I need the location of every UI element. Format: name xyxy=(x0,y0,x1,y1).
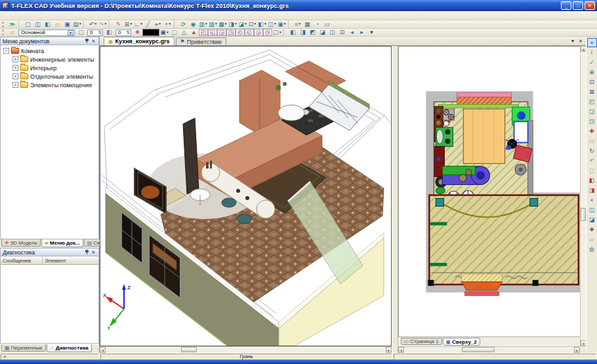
close-document-icon[interactable]: ✕ xyxy=(577,39,584,44)
document-tab[interactable]: ▣Кухня_конкурс.grs xyxy=(104,37,175,45)
page-number-stepper[interactable]: 0⇅ xyxy=(87,30,103,36)
scroll-thumb[interactable] xyxy=(181,347,197,352)
picture-icon[interactable]: ▨ xyxy=(208,20,218,28)
menu-item[interactable] xyxy=(88,15,96,16)
diagnostics-list[interactable] xyxy=(0,265,99,344)
close-icon[interactable]: ✕ xyxy=(91,250,96,255)
zoom-rect-icon[interactable]: ◰ xyxy=(587,97,597,106)
color-index-stepper[interactable]: 0⇅ xyxy=(115,30,131,36)
array-icon[interactable]: ◨ xyxy=(228,20,237,28)
separator[interactable] xyxy=(83,20,87,28)
select-3d-cursor-icon[interactable]: ▲ xyxy=(189,29,199,36)
command-prompt[interactable]: > xyxy=(1,354,99,359)
color-palette-icon[interactable]: ❖ xyxy=(133,29,142,36)
draw-mode-2-icon[interactable]: ◱ xyxy=(208,29,217,36)
wireframe-icon[interactable]: ◻ xyxy=(587,166,597,175)
node-icon[interactable]: ⌖ xyxy=(153,20,163,28)
minimize-button[interactable]: _ xyxy=(561,1,571,10)
draw-mode-6-icon[interactable]: ◵ xyxy=(245,29,254,36)
panel-tab[interactable]: ✛3D Модель xyxy=(1,239,41,247)
expand-icon[interactable]: + xyxy=(12,56,18,62)
copy-operation-icon[interactable]: ▦ xyxy=(218,20,228,28)
pin-icon[interactable] xyxy=(85,38,89,44)
tree-item[interactable]: + Инженерные элементы xyxy=(1,55,98,64)
page-properties-icon[interactable]: ▢ xyxy=(272,29,282,36)
select-cursor-icon[interactable]: △ xyxy=(179,29,189,36)
tree-item[interactable]: + Отделочные элементы xyxy=(1,72,98,81)
menu-item[interactable] xyxy=(49,15,56,16)
redo-icon[interactable]: ↷ xyxy=(98,20,108,28)
new-from-prototype-icon[interactable]: ◫ xyxy=(33,20,43,28)
plan-canvas[interactable] xyxy=(398,47,580,336)
clean-mode-icon[interactable]: ▢ xyxy=(169,29,179,36)
menu-item[interactable] xyxy=(33,15,41,16)
menu-item[interactable] xyxy=(41,15,49,16)
plan-hscrollbar[interactable]: ◂ ▸ xyxy=(398,346,580,353)
edit-face-icon[interactable]: ◨ xyxy=(587,186,597,195)
menu-item[interactable] xyxy=(1,15,9,16)
menu-item[interactable] xyxy=(72,15,80,16)
tree-item[interactable]: + Интерьер xyxy=(1,64,98,72)
edit-2d-icon[interactable]: ✎ xyxy=(113,20,123,28)
view-splitter[interactable] xyxy=(392,46,398,353)
draw-mode-8-icon[interactable]: ◷ xyxy=(263,29,272,36)
fragment-icon[interactable]: ▥ xyxy=(198,20,208,28)
menu-item[interactable] xyxy=(17,15,25,16)
rotate-view-icon[interactable]: ↻ xyxy=(587,146,597,155)
zoom-in-icon[interactable]: ⊕ xyxy=(587,68,597,77)
rotate-right-icon[interactable]: ▸ xyxy=(357,29,367,36)
expand-icon[interactable]: + xyxy=(12,65,18,71)
workplane-yz-icon[interactable]: ◩ xyxy=(308,29,318,36)
plan-vscrollbar[interactable]: ▴ ▾ xyxy=(580,46,586,346)
current-color-swatch[interactable] xyxy=(142,29,159,36)
render-icon[interactable]: ◍ xyxy=(587,245,597,254)
element-links-icon[interactable]: ≡ xyxy=(293,20,302,28)
insert-table-icon[interactable]: ▦ xyxy=(302,20,312,28)
close-icon[interactable]: ✕ xyxy=(91,39,96,44)
scroll-thumb[interactable] xyxy=(581,208,586,221)
draw-mode-3-icon[interactable]: ◲ xyxy=(217,29,226,36)
draw-mode-4-icon[interactable]: ◳ xyxy=(226,29,236,36)
layer-select[interactable]: Основной ▼ xyxy=(18,30,75,36)
separator[interactable] xyxy=(109,20,112,28)
tree-item[interactable]: + Элементы помещения xyxy=(1,81,98,89)
print-icon[interactable]: ▤ xyxy=(72,20,82,28)
zoom-all-icon[interactable]: ⊠ xyxy=(587,87,597,96)
new-3d-document-icon[interactable]: ◧ xyxy=(43,20,52,28)
pin-icon[interactable] xyxy=(85,249,89,255)
open-document-icon[interactable]: ▱ xyxy=(52,20,62,28)
view-3d-hscrollbar[interactable]: ◂ ▸ xyxy=(100,346,392,353)
page-tab[interactable]: ▣Сверху_2 xyxy=(443,338,480,346)
toolbar-grip[interactable] xyxy=(2,22,5,28)
rotation-body-icon[interactable]: ◫ xyxy=(267,20,277,28)
check-model-icon[interactable]: ✓ xyxy=(587,58,597,67)
workplane-xz-icon[interactable]: ◨ xyxy=(298,29,308,36)
undo-icon[interactable]: ↶ xyxy=(88,20,98,28)
scroll-left-icon[interactable]: ◂ xyxy=(100,347,106,353)
zoom-object-icon[interactable]: ◲ xyxy=(587,107,597,116)
zoom-page-icon[interactable]: ◳ xyxy=(587,117,597,126)
draw-mode-5-icon[interactable]: ◴ xyxy=(236,29,245,36)
draw-mode-7-icon[interactable]: ◶ xyxy=(254,29,263,36)
panel-tab[interactable]: ▰Меню док... xyxy=(41,239,83,247)
scroll-thumb[interactable] xyxy=(462,347,495,352)
scroll-left-icon[interactable]: ◂ xyxy=(398,347,404,353)
toolbar-overflow-icon[interactable]: ▾ xyxy=(367,29,377,36)
expand-toolbar-icon[interactable]: ≫ xyxy=(7,20,17,28)
materials-view-icon[interactable]: ◪ xyxy=(587,215,597,224)
expand-icon[interactable]: + xyxy=(12,82,18,88)
extrusion-icon[interactable]: ◧ xyxy=(257,20,267,28)
select-3d-element-icon[interactable]: ⌖ xyxy=(587,38,597,47)
spinner-arrows-icon[interactable]: ⇅ xyxy=(126,30,130,35)
rotate-left-icon[interactable]: ◂ xyxy=(347,29,357,36)
view-front-icon[interactable]: ◫ xyxy=(327,29,337,36)
panel-tab[interactable]: ▦Переменные xyxy=(1,344,46,352)
3d-viewport-canvas[interactable]: X Z Y xyxy=(100,46,392,346)
toolbar-grip[interactable] xyxy=(2,30,5,35)
scroll-right-icon[interactable]: ▸ xyxy=(386,347,392,353)
tab-list-dropdown-icon[interactable]: ▼ xyxy=(569,39,576,44)
ruler-icon[interactable]: ▭ xyxy=(587,136,597,146)
expand-icon[interactable]: + xyxy=(12,73,18,79)
regenerate-icon[interactable]: ⟳ xyxy=(178,20,188,28)
view-top-icon[interactable]: ⊡ xyxy=(337,29,347,36)
